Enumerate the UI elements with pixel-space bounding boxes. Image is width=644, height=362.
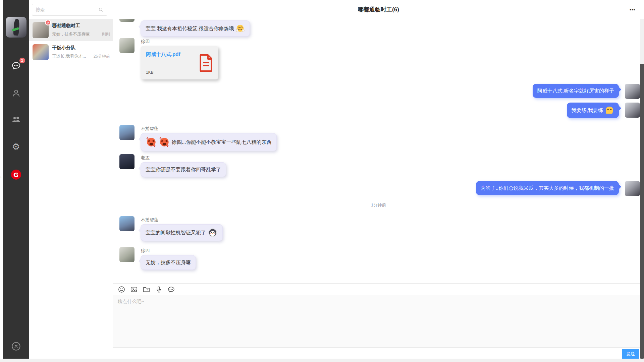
nav-sidebar: 2 ⚙ G bbox=[3, 0, 29, 362]
message-bubble[interactable]: 阿威十八式,听名字就好厉害的样子 bbox=[533, 84, 619, 98]
chat-time: 刚刚 bbox=[102, 32, 110, 37]
message-row: 徐四 阿威十八式.pdf 1KB bbox=[119, 38, 218, 79]
pdf-file-icon bbox=[199, 54, 213, 72]
nav-contacts-button[interactable] bbox=[11, 88, 21, 98]
chat-preview: 无妨，技多不压身嘛 bbox=[52, 32, 100, 37]
chat-title: 干饭小分队 bbox=[52, 45, 110, 51]
more-menu-button[interactable]: ••• bbox=[630, 7, 635, 12]
enraged-face-emoji bbox=[159, 136, 170, 148]
message-bubble[interactable]: 宝宝 我这有本祖传秘笈,很适合你修炼哦 bbox=[141, 20, 250, 37]
search-button[interactable] bbox=[95, 4, 107, 15]
melting-face-emoji bbox=[605, 106, 614, 115]
app-window: › 2 bbox=[0, 0, 644, 362]
message-row: 我要练,我要练 bbox=[567, 103, 640, 118]
user-avatar[interactable] bbox=[6, 17, 26, 38]
message-bubble[interactable]: 徐四...你能不能不教宝宝一些乱七八糟的东西 bbox=[141, 133, 277, 151]
person-icon bbox=[11, 88, 21, 98]
message-row: 宝宝 我这有本祖传秘笈,很适合你修炼哦 bbox=[119, 19, 250, 37]
app-logo[interactable]: G bbox=[11, 170, 21, 180]
message-bubble[interactable]: 我要练,我要练 bbox=[567, 103, 619, 118]
composer-toolbar bbox=[113, 283, 644, 295]
own-avatar[interactable] bbox=[625, 84, 640, 99]
gear-icon: ⚙ bbox=[12, 142, 20, 152]
voice-message-button[interactable] bbox=[154, 285, 164, 294]
sender-avatar[interactable] bbox=[119, 216, 135, 231]
message-input-area bbox=[113, 295, 644, 347]
sender-name: 徐四 bbox=[141, 39, 218, 44]
message-scroll-area[interactable]: 宝宝 我这有本祖传秘笈,很适合你修炼哦 徐四 bbox=[113, 19, 644, 283]
message-row: 老孟 宝宝你还是不要跟着你四哥乱学了 bbox=[119, 154, 226, 177]
emoji-picker-button[interactable] bbox=[116, 285, 126, 294]
file-message-card[interactable]: 阿威十八式.pdf 1KB bbox=[141, 46, 218, 79]
unread-badge: 2 bbox=[45, 20, 51, 25]
group-avatar bbox=[33, 44, 49, 60]
left-edge-strip: › bbox=[0, 0, 3, 362]
search-input[interactable] bbox=[32, 7, 95, 12]
chat-avatar-wrap: 2 bbox=[33, 22, 49, 38]
chat-panel: 哪都通临时工(6) ••• 宝宝 我这有本祖传秘笈,很适合你修炼哦 bbox=[113, 0, 644, 362]
message-bubble[interactable]: 宝宝你还是不要跟着你四哥乱学了 bbox=[141, 162, 226, 177]
image-icon bbox=[130, 286, 138, 293]
message-row: 不摇碧莲 bbox=[119, 125, 277, 151]
vertical-scrollbar-track[interactable] bbox=[640, 19, 644, 359]
send-button[interactable]: 发送 bbox=[622, 349, 639, 359]
own-avatar[interactable] bbox=[625, 181, 640, 196]
vertical-scrollbar-thumb[interactable] bbox=[640, 64, 644, 359]
sender-avatar[interactable] bbox=[119, 38, 135, 53]
chat-list-item[interactable]: 2 哪都通临时工 无妨，技多不压身嘛 刚刚 bbox=[29, 19, 113, 41]
sender-avatar[interactable] bbox=[119, 247, 135, 262]
time-divider: 1分钟前 bbox=[113, 202, 644, 208]
close-circle-icon bbox=[11, 341, 21, 351]
message-input[interactable] bbox=[113, 295, 644, 347]
sender-name: 老孟 bbox=[141, 155, 226, 161]
hugging-face-emoji bbox=[235, 24, 245, 33]
message-row: 阿威十八式,听名字就好厉害的样子 bbox=[533, 84, 640, 99]
message-bubble-icon bbox=[167, 286, 175, 293]
chat-title: 哪都通临时工(6) bbox=[358, 6, 399, 13]
microphone-icon bbox=[155, 286, 163, 293]
chat-time: 26分钟前 bbox=[94, 54, 110, 59]
enraged-face-emoji bbox=[146, 136, 157, 148]
sender-name: 不摇碧莲 bbox=[141, 217, 223, 223]
nav-chat-button[interactable]: 2 bbox=[11, 61, 21, 71]
chat-title: 哪都通临时工 bbox=[52, 23, 110, 29]
message-bubble[interactable]: 宝宝的间歇性机智证又犯了 bbox=[141, 224, 223, 241]
sender-avatar[interactable] bbox=[119, 154, 135, 169]
send-file-button[interactable] bbox=[141, 285, 151, 294]
send-image-button[interactable] bbox=[129, 285, 139, 294]
file-size: 1KB bbox=[146, 70, 180, 75]
chat-header: 哪都通临时工(6) ••• bbox=[113, 0, 644, 19]
horizontal-scrollbar-track[interactable] bbox=[0, 359, 644, 362]
sender-name: 不摇碧莲 bbox=[141, 126, 277, 131]
own-avatar[interactable] bbox=[625, 103, 640, 118]
chat-list-item[interactable]: 干饭小分队 王道长,我看你才... 26分钟前 bbox=[29, 41, 113, 63]
group-people-icon bbox=[11, 114, 21, 124]
close-button[interactable] bbox=[11, 341, 21, 351]
sender-avatar[interactable] bbox=[119, 19, 135, 22]
sender-name: 徐四 bbox=[141, 248, 196, 253]
chat-preview: 王道长,我看你才... bbox=[52, 54, 92, 59]
chat-list-panel: 2 哪都通临时工 无妨，技多不压身嘛 刚刚 干饭小分队 王道长,我看你才... … bbox=[29, 0, 113, 362]
message-row: 徐四 无妨，技多不压身嘛 bbox=[119, 247, 196, 270]
message-row: 为啥子..你们总说我呆瓜，其实大多的时候，我都机制的一批 bbox=[476, 181, 640, 196]
message-bubble[interactable]: 无妨，技多不压身嘛 bbox=[141, 255, 196, 270]
chat-bubble-icon bbox=[11, 61, 21, 71]
file-name: 阿威十八式.pdf bbox=[146, 51, 180, 58]
sender-avatar[interactable] bbox=[119, 125, 135, 140]
folder-icon bbox=[143, 286, 150, 293]
unread-badge: 2 bbox=[19, 58, 25, 63]
nav-settings-button[interactable]: ⚙ bbox=[11, 142, 21, 152]
chat-history-button[interactable] bbox=[166, 285, 176, 294]
message-row: 不摇碧莲 宝宝的间歇性机智证又犯了 bbox=[119, 216, 223, 241]
smiley-icon bbox=[118, 286, 125, 293]
message-bubble[interactable]: 为啥子..你们总说我呆瓜，其实大多的时候，我都机制的一批 bbox=[476, 181, 619, 195]
search-box bbox=[32, 4, 107, 16]
nav-group-chats-button[interactable] bbox=[11, 114, 21, 124]
chat-avatar-wrap bbox=[33, 44, 49, 60]
penguin-sticker bbox=[208, 228, 218, 238]
panel-collapse-arrow-icon[interactable]: › bbox=[0, 175, 1, 180]
search-icon bbox=[98, 7, 104, 12]
